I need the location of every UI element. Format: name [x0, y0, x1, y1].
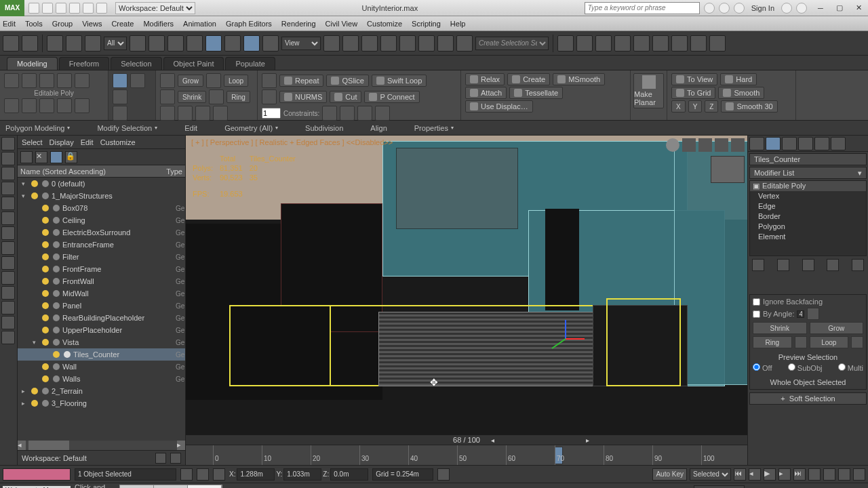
- tab-selection[interactable]: Selection: [111, 57, 161, 70]
- ep-element-icon[interactable]: [75, 73, 90, 88]
- minimize-button[interactable]: ─: [811, 1, 830, 15]
- viewport-label[interactable]: [ + ] [ Perspective ] [ Realistic + Edge…: [191, 138, 393, 146]
- tree-row[interactable]: Box078Ge: [18, 202, 185, 214]
- snap-button[interactable]: [380, 35, 397, 52]
- ls-icon-6[interactable]: [1, 211, 15, 225]
- ring-spinner[interactable]: [795, 336, 807, 348]
- ls-icon-11[interactable]: [1, 286, 15, 300]
- close-button[interactable]: ✕: [849, 1, 868, 15]
- ws-icon-2[interactable]: [170, 453, 181, 464]
- scene-tree[interactable]: ▾0 (default)▾1_MajorStructuresBox078GeCe…: [18, 178, 185, 441]
- angle-spinner[interactable]: [807, 308, 819, 320]
- soft-selection-header[interactable]: + Soft Selection: [750, 393, 866, 404]
- tree-row[interactable]: ▾1_MajorStructures: [18, 190, 185, 202]
- link-button[interactable]: [47, 35, 63, 52]
- grow-sel-button[interactable]: Grow: [810, 322, 864, 334]
- angle-field[interactable]: [797, 310, 804, 318]
- menu-create[interactable]: Create: [111, 20, 134, 28]
- edit-ic2[interactable]: [262, 89, 277, 104]
- motion-tab-icon[interactable]: [798, 137, 813, 150]
- favorite-icon[interactable]: [719, 3, 730, 14]
- z-button[interactable]: Z: [705, 100, 718, 113]
- time-scrub[interactable]: ◂ 68 / 100 ▸: [186, 435, 747, 445]
- se-tool-1[interactable]: [20, 151, 33, 163]
- autokey-button[interactable]: Auto Key: [652, 468, 687, 481]
- preview-subobj-radio[interactable]: [788, 363, 795, 371]
- usedisplac-button[interactable]: Use Displac…: [465, 100, 533, 113]
- name-column-header[interactable]: Name (Sorted Ascending): [20, 167, 106, 176]
- edit-ic1[interactable]: [262, 73, 277, 88]
- render-setup-button[interactable]: [671, 35, 688, 52]
- make-unique-icon[interactable]: [802, 259, 814, 271]
- smooth-button[interactable]: Smooth: [718, 87, 764, 99]
- goto-end-icon[interactable]: ⏭: [793, 468, 806, 481]
- modify-selection-dropdown[interactable]: Modify Selection: [97, 124, 157, 132]
- percent-snap-button[interactable]: [418, 35, 435, 52]
- ls-icon-12[interactable]: [1, 301, 15, 314]
- align-button[interactable]: [576, 35, 593, 52]
- menu-group[interactable]: Group: [52, 20, 73, 28]
- se-tab-display[interactable]: Display: [50, 138, 74, 146]
- menu-help[interactable]: Help: [450, 20, 466, 28]
- angle-snap-button[interactable]: [399, 35, 416, 52]
- scrub-right-icon[interactable]: ▸: [586, 436, 589, 444]
- ep-icon-2[interactable]: [22, 98, 37, 113]
- display-tab-icon[interactable]: [814, 137, 829, 150]
- se-lock-icon[interactable]: 🔒: [65, 151, 77, 163]
- tree-row[interactable]: RearBuildingPlaceholderGe: [18, 312, 185, 324]
- menu-customize[interactable]: Customize: [367, 20, 402, 28]
- se-tool-3[interactable]: [50, 151, 62, 163]
- menu-scripting[interactable]: Scripting: [412, 20, 441, 28]
- prev-frame-icon[interactable]: ◂: [749, 468, 761, 481]
- constraint-none-icon[interactable]: [322, 106, 337, 121]
- ls-icon-3[interactable]: [1, 167, 15, 180]
- manipulate-button[interactable]: [342, 35, 359, 52]
- se-tool-2[interactable]: ✕: [35, 151, 47, 163]
- tree-hscroll[interactable]: ◂▸: [18, 441, 185, 450]
- preview-multi-radio[interactable]: [838, 363, 846, 371]
- window-crossing-button[interactable]: [186, 35, 203, 52]
- swiftloop-button[interactable]: Swift Loop: [372, 75, 427, 87]
- loop-icon[interactable]: [206, 73, 221, 88]
- loop-spinner[interactable]: [851, 336, 863, 348]
- user-icon[interactable]: [734, 3, 745, 14]
- undo-icon[interactable]: [69, 3, 80, 14]
- menu-views[interactable]: Views: [82, 20, 102, 28]
- ignore-backfacing-checkbox[interactable]: [753, 298, 760, 306]
- workspace-dropdown[interactable]: Workspace: Default: [115, 2, 195, 14]
- scale-button[interactable]: [243, 35, 260, 52]
- tree-row[interactable]: UpperPlaceholderGe: [18, 324, 185, 336]
- tab-objectpaint[interactable]: Object Paint: [163, 57, 224, 70]
- shrink-spindn[interactable]: [160, 89, 175, 104]
- properties-dropdown[interactable]: Properties: [414, 124, 454, 132]
- scrub-left-icon[interactable]: ◂: [491, 436, 494, 444]
- signin-link[interactable]: Sign In: [751, 4, 774, 12]
- ep-vertex-icon[interactable]: [4, 73, 19, 88]
- ep-edge-icon[interactable]: [22, 73, 37, 88]
- nurms-button[interactable]: NURMS: [279, 91, 327, 103]
- preview-icon-3[interactable]: [113, 89, 127, 104]
- cut-button[interactable]: Cut: [330, 91, 361, 103]
- pivot-button[interactable]: [323, 35, 340, 52]
- grow-spinup[interactable]: [160, 73, 175, 88]
- ring-icon[interactable]: [209, 89, 224, 104]
- tab-populate[interactable]: Populate: [225, 57, 275, 70]
- sel-icon-c[interactable]: [195, 106, 210, 121]
- y-button[interactable]: Y: [688, 100, 703, 113]
- shrink-button[interactable]: Shrink: [178, 91, 206, 103]
- x-button[interactable]: X: [671, 100, 686, 113]
- nav-icon-1[interactable]: [808, 468, 821, 481]
- viewport-canvas[interactable]: [ + ] [ Perspective ] [ Realistic + Edge…: [186, 136, 747, 435]
- time-config-icon[interactable]: [437, 468, 450, 481]
- app-icon[interactable]: MAX: [0, 0, 24, 16]
- vp-icon-3[interactable]: [698, 138, 712, 152]
- ep-icon-1[interactable]: [4, 98, 19, 113]
- tree-row[interactable]: MidWallGe: [18, 287, 185, 300]
- tree-row[interactable]: PanelGe: [18, 300, 185, 312]
- tree-row[interactable]: EntranceFrameGe: [18, 239, 185, 251]
- ring-sel-button[interactable]: Ring: [753, 336, 792, 348]
- togrid-button[interactable]: To Grid: [671, 87, 715, 99]
- menu-animation[interactable]: Animation: [183, 20, 216, 28]
- goto-start-icon[interactable]: ⏮: [734, 468, 746, 481]
- select-region-button[interactable]: [167, 35, 184, 52]
